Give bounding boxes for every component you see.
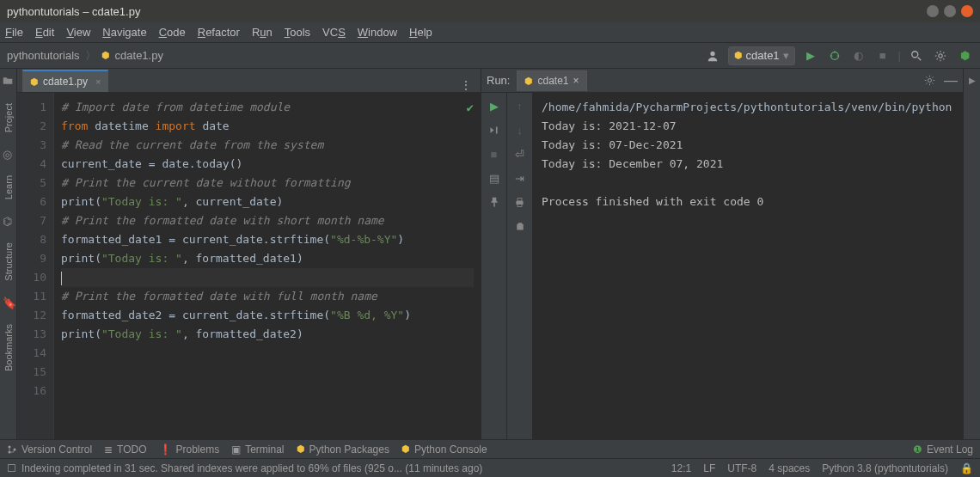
code-area[interactable]: ✔ # Import date from datetime modulefrom… [53, 93, 481, 439]
bottom-tool-buttons: Version Control ≣ TODO ❗ Problems ▣ Term… [0, 439, 980, 458]
print-icon[interactable] [512, 194, 528, 210]
layout-button[interactable]: ▤ [487, 170, 502, 186]
window-minimize-button[interactable] [927, 5, 939, 17]
hide-tool-window-icon[interactable]: — [944, 76, 958, 85]
svg-rect-10 [518, 198, 522, 200]
run-panel-label: Run: [487, 74, 510, 87]
editor-tab-cdate1[interactable]: ⬢ cdate1.py × [22, 70, 108, 92]
svg-point-13 [9, 450, 11, 453]
menu-help[interactable]: Help [409, 26, 432, 39]
rerun-button[interactable]: ▶ [487, 98, 502, 113]
run-body: ▶ ■ ▤ ↑ ↓ ⏎ ⇥ [481, 93, 963, 439]
breadcrumb-file[interactable]: cdate1.py [115, 49, 163, 62]
editor-tab-label: cdate1.py [43, 76, 88, 88]
menu-tools[interactable]: Tools [285, 26, 310, 39]
run-header: Run: ⬢ cdate1 × — [481, 69, 963, 93]
status-interpreter[interactable]: Python 3.8 (pythontutorials) [822, 462, 948, 474]
debug-button[interactable] [826, 47, 843, 64]
clear-all-icon[interactable] [512, 218, 528, 234]
editor-panel: ⬢ cdate1.py × ⋮ 12345678910111213141516 … [17, 69, 481, 439]
run-tool-window: Run: ⬢ cdate1 × — ▶ ■ ▤ [481, 69, 963, 439]
menu-vcs[interactable]: VCS [322, 26, 346, 39]
menu-code[interactable]: Code [159, 26, 186, 39]
structure-icon: ⌬ [3, 215, 15, 227]
run-tool-ribbon-icon[interactable]: ▶ [969, 76, 976, 85]
tool-project[interactable]: Project [3, 100, 14, 136]
status-bar: ☐ Indexing completed in 31 sec. Shared i… [0, 458, 980, 477]
ide-updates-icon[interactable]: ⬢ [956, 47, 973, 64]
soft-wrap-icon[interactable]: ⏎ [512, 146, 528, 162]
status-lock-icon[interactable]: 🔒 [960, 462, 973, 474]
tool-learn[interactable]: Learn [3, 172, 14, 203]
window-maximize-button[interactable] [944, 5, 956, 17]
editor-tabs: ⬢ cdate1.py × ⋮ [17, 69, 481, 93]
tab-close-icon[interactable]: × [95, 76, 101, 87]
status-message: Indexing completed in 31 sec. Shared ind… [21, 462, 482, 474]
pin-button[interactable] [487, 194, 502, 210]
coverage-button[interactable]: ◐ [850, 47, 867, 64]
menu-file[interactable]: File [5, 26, 23, 39]
inspection-ok-icon[interactable]: ✔ [467, 98, 474, 117]
user-icon[interactable] [704, 47, 721, 64]
breadcrumb-project[interactable]: pythontutorials [7, 49, 80, 62]
learn-icon: ◎ [3, 148, 15, 160]
scroll-up-icon[interactable]: ↑ [512, 98, 528, 113]
menu-navigate[interactable]: Navigate [102, 26, 146, 39]
window-title: pythontutorials – cdate1.py [7, 5, 140, 18]
svg-point-5 [912, 51, 918, 57]
status-encoding[interactable]: UTF-8 [727, 462, 756, 474]
folder-icon [3, 76, 15, 88]
run-tab[interactable]: ⬢ cdate1 × [517, 70, 586, 91]
scroll-down-icon[interactable]: ↓ [512, 122, 528, 138]
svg-point-7 [939, 53, 942, 57]
python-icon: ⬢ [401, 443, 410, 455]
python-icon: ⬢ [734, 50, 743, 61]
stop-button[interactable]: ■ [874, 47, 891, 64]
stop-run-button[interactable]: ■ [487, 146, 502, 162]
svg-point-8 [928, 78, 931, 82]
right-tool-ribbon: ▶ [963, 69, 980, 439]
tool-event-log[interactable]: ❶ Event Log [913, 443, 973, 456]
run-settings-button[interactable] [487, 122, 502, 138]
bookmarks-icon: 🔖 [3, 297, 15, 309]
balloon-icon: ❶ [913, 443, 922, 456]
tool-todo[interactable]: ≣ TODO [104, 443, 146, 456]
run-tab-label: cdate1 [537, 75, 568, 87]
main-area: Project ◎ Learn ⌬ Structure 🔖 Bookmarks … [0, 69, 980, 439]
code-editor[interactable]: 12345678910111213141516 ✔ # Import date … [17, 93, 481, 439]
navigation-toolbar: pythontutorials 〉 ⬢ cdate1.py ⬢ cdate1 ▾… [0, 43, 980, 69]
console-output[interactable]: /home/fahmida/PycharmProjects/pythontuto… [533, 93, 963, 439]
tab-overflow-icon[interactable]: ⋮ [456, 78, 475, 92]
search-everywhere-icon[interactable] [908, 47, 925, 64]
window-close-button[interactable] [961, 5, 973, 17]
settings-icon[interactable] [932, 47, 949, 64]
run-button[interactable]: ▶ [802, 47, 819, 64]
run-configuration-select[interactable]: ⬢ cdate1 ▾ [728, 46, 795, 65]
status-caret[interactable]: 12:1 [671, 462, 691, 474]
run-toolbar-primary: ▶ ■ ▤ [481, 93, 507, 439]
tool-bookmarks[interactable]: Bookmarks [3, 321, 14, 375]
scroll-to-end-icon[interactable]: ⇥ [512, 170, 528, 186]
svg-point-14 [14, 448, 16, 450]
status-indent[interactable]: 4 spaces [769, 462, 810, 474]
tool-python-packages[interactable]: ⬢ Python Packages [297, 443, 389, 456]
menubar: File Edit View Navigate Code Refactor Ru… [0, 22, 980, 43]
tool-python-console[interactable]: ⬢ Python Console [401, 443, 487, 456]
menu-edit[interactable]: Edit [35, 26, 54, 39]
menu-view[interactable]: View [66, 26, 90, 39]
menu-window[interactable]: Window [358, 26, 397, 39]
run-settings-icon[interactable] [924, 75, 935, 86]
tool-version-control[interactable]: Version Control [7, 443, 92, 456]
run-tab-close-icon[interactable]: × [573, 75, 579, 87]
svg-line-6 [918, 57, 922, 60]
chevron-right-icon: 〉 [85, 48, 96, 64]
status-hide-icon[interactable]: ☐ [7, 462, 16, 474]
dropdown-icon: ▾ [783, 49, 789, 62]
tool-structure[interactable]: Structure [3, 239, 14, 284]
tool-terminal[interactable]: ▣ Terminal [231, 443, 284, 456]
menu-refactor[interactable]: Refactor [198, 26, 240, 39]
status-linesep[interactable]: LF [703, 462, 715, 474]
window-titlebar: pythontutorials – cdate1.py [0, 0, 980, 22]
tool-problems[interactable]: ❗ Problems [159, 443, 220, 456]
menu-run[interactable]: Run [252, 26, 273, 39]
